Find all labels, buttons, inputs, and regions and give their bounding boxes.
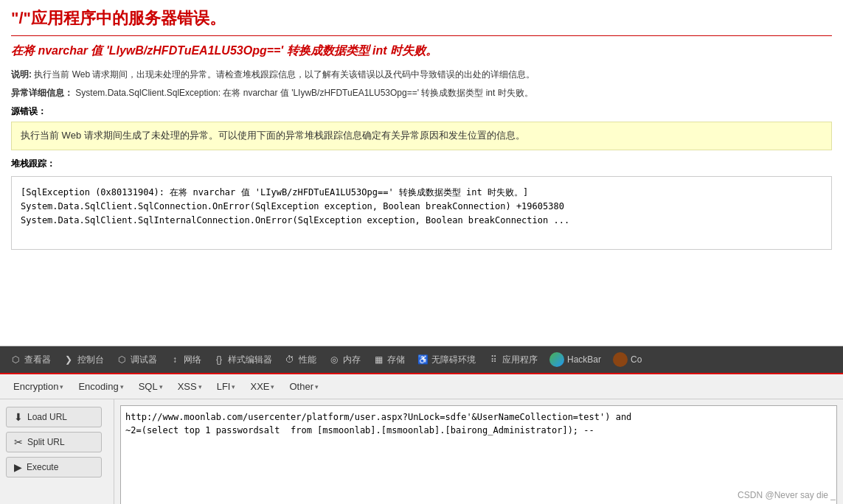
exception-detail: 异常详细信息： System.Data.SqlClient.SqlExcepti… [11,87,832,99]
code-line-1: [SqlException (0x80131904): 在将 nvarchar … [21,186,822,200]
network-label: 网络 [184,354,201,366]
hackbar-label: HackBar [567,354,601,365]
split-url-label: Split URL [27,437,65,447]
memory-label: 内存 [343,354,361,366]
description: 说明: 执行当前 Web 请求期间，出现未处理的异常。请检查堆栈跟踪信息，以了解… [11,68,832,81]
lfi-arrow-icon: ▾ [232,383,235,391]
accessibility-icon: ♿ [417,354,429,365]
hackbar-menu: Encryption ▾ Encoding ▾ SQL ▾ XSS ▾ LFI … [0,374,843,399]
devtools-inspector[interactable]: ⬡ 查看器 [6,351,55,369]
csdn-watermark: CSDN @Never say die _ [738,490,836,500]
memory-icon: ◎ [328,354,340,365]
console-label: 控制台 [77,354,104,366]
co-tab[interactable]: Co [609,349,645,370]
stack-trace-label: 堆栈跟踪： [11,158,832,170]
perf-icon: ⏱ [284,354,296,365]
menu-other-label: Other [289,381,313,392]
devtools-performance[interactable]: ⏱ 性能 [280,351,320,369]
load-url-label: Load URL [27,412,67,422]
co-label: Co [631,354,642,365]
encryption-arrow-icon: ▾ [60,383,63,391]
devtools-toolbar: ⬡ 查看器 ❯ 控制台 ⬡ 调试器 ↕ 网络 {} 样式编辑器 ⏱ 性能 ◎ 内… [0,346,843,373]
accessibility-label: 无障碍环境 [431,354,476,366]
menu-xxe-label: XXE [250,381,269,392]
code-box: [SqlException (0x80131904): 在将 nvarchar … [11,176,832,250]
devtools-memory[interactable]: ◎ 内存 [325,351,364,369]
menu-lfi[interactable]: LFI ▾ [209,377,243,396]
desc-label: 说明: [11,69,32,80]
debugger-icon: ⬡ [116,354,128,365]
highlight-box: 执行当前 Web 请求期间生成了未处理的异常。可以使用下面的异常堆栈跟踪信息确定… [11,122,832,150]
devtools-console[interactable]: ❯ 控制台 [59,351,108,369]
code-line-2: System.Data.SqlClient.SqlConnection.OnEr… [21,200,822,214]
menu-other[interactable]: Other ▾ [282,377,326,396]
load-url-button[interactable]: ⬇ Load URL [6,407,102,427]
devtools-application[interactable]: ⠿ 应用程序 [484,351,541,369]
code-line-3: System.Data.SqlClient.SqlInternalConnect… [21,214,822,228]
menu-xss[interactable]: XSS ▾ [170,377,209,396]
devtools-storage[interactable]: ▦ 存储 [369,351,409,369]
menu-lfi-label: LFI [217,381,231,392]
app-icon: ⠿ [488,354,499,365]
storage-icon: ▦ [372,354,384,365]
hackbar-tab[interactable]: HackBar [546,349,605,370]
devtools-debugger[interactable]: ⬡ 调试器 [112,351,161,369]
menu-sql-label: SQL [139,381,158,392]
encoding-arrow-icon: ▾ [120,383,124,391]
co-circle-icon [613,352,628,367]
menu-xxe[interactable]: XXE ▾ [243,377,282,396]
split-url-button[interactable]: ✂ Split URL [6,432,102,452]
inspector-label: 查看器 [24,354,51,366]
devtools-style-editor[interactable]: {} 样式编辑器 [209,351,276,369]
hackbar-body: ⬇ Load URL ✂ Split URL ▶ Execute [0,399,843,504]
xss-arrow-icon: ▾ [198,383,202,391]
source-error-label: 源错误： [11,105,832,118]
hackbar-circle-icon [549,352,564,367]
menu-sql[interactable]: SQL ▾ [131,377,170,396]
execute-button[interactable]: ▶ Execute [6,457,102,477]
execute-icon: ▶ [14,461,22,473]
network-icon: ↕ [169,354,181,365]
sql-arrow-icon: ▾ [159,383,163,391]
hackbar-url-area [114,399,843,504]
style-label: 样式编辑器 [228,354,272,366]
menu-xss-label: XSS [178,381,197,392]
storage-label: 存储 [387,354,405,366]
hackbar-panel: Encryption ▾ Encoding ▾ SQL ▾ XSS ▾ LFI … [0,373,843,504]
style-icon: {} [213,354,225,365]
execute-label: Execute [27,462,58,472]
load-url-icon: ⬇ [14,411,23,423]
app-label: 应用程序 [502,354,538,366]
menu-encryption[interactable]: Encryption ▾ [6,377,71,396]
page-title: "/"应用程序中的服务器错误。 [11,7,832,36]
menu-encryption-label: Encryption [13,381,58,392]
hackbar-buttons: ⬇ Load URL ✂ Split URL ▶ Execute [0,399,114,504]
other-arrow-icon: ▾ [315,383,319,391]
debugger-label: 调试器 [131,354,157,366]
perf-label: 性能 [299,354,316,366]
split-url-icon: ✂ [14,436,23,448]
menu-encoding-label: Encoding [78,381,118,392]
main-content: "/"应用程序中的服务器错误。 在将 nvarchar 值 'LIywB/zHF… [0,0,843,346]
inspector-icon: ⬡ [10,354,21,365]
url-input[interactable] [120,405,837,504]
exception-label: 异常详细信息： [11,88,73,98]
menu-encoding[interactable]: Encoding ▾ [71,377,131,396]
xxe-arrow-icon: ▾ [271,383,274,391]
console-icon: ❯ [63,354,74,365]
devtools-network[interactable]: ↕ 网络 [165,351,205,369]
subtitle: 在将 nvarchar 值 'LIywB/zHFDTuEA1LU53Opg=='… [11,43,832,59]
devtools-accessibility[interactable]: ♿ 无障碍环境 [413,351,479,369]
